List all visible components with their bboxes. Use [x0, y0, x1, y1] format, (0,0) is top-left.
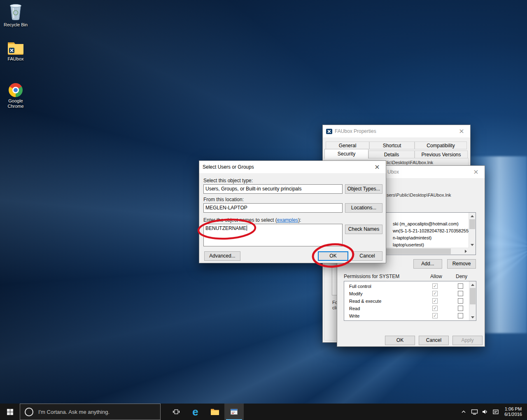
scroll-down-icon[interactable]: [469, 314, 476, 320]
properties-app-icon: [230, 408, 238, 415]
allow-checkbox[interactable]: [432, 291, 438, 296]
taskbar-clock[interactable]: 1:06 PM 6/1/2016: [501, 406, 527, 417]
deny-checkbox[interactable]: [458, 306, 463, 311]
locations-button[interactable]: Locations...: [345, 203, 382, 213]
advanced-button[interactable]: Advanced...: [204, 251, 240, 261]
action-center-button[interactable]: [490, 409, 501, 415]
desktop-icon-recycle-bin[interactable]: Recycle Bin: [0, 3, 31, 28]
examples-link[interactable]: examples: [277, 217, 298, 223]
desktop-icon-chrome[interactable]: Google Chrome: [0, 83, 31, 109]
network-icon: [471, 409, 478, 415]
scroll-thumb[interactable]: [469, 219, 475, 229]
start-button[interactable]: [0, 404, 20, 420]
cortana-icon: [25, 408, 33, 416]
allow-checkbox[interactable]: [432, 306, 438, 311]
action-center-icon: [492, 409, 499, 415]
permission-row[interactable]: Write: [344, 312, 469, 320]
from-location-label: From this location:: [203, 197, 244, 202]
allow-checkbox[interactable]: [432, 298, 438, 304]
text-caret: [247, 225, 247, 231]
label-text: ):: [298, 217, 301, 223]
enter-names-label: Enter the object names to select (exampl…: [203, 217, 301, 223]
permission-name: Full control: [349, 284, 371, 289]
scroll-right-icon[interactable]: [462, 248, 469, 255]
clock-time: 1:06 PM: [504, 406, 522, 412]
close-icon[interactable]: ×: [467, 166, 485, 178]
apply-button[interactable]: Apply: [452, 336, 483, 345]
windows-logo-icon: [7, 409, 13, 415]
task-view-icon: [173, 408, 180, 415]
label-text: Enter the object names to select (: [203, 217, 277, 223]
permission-name: Write: [349, 313, 359, 318]
properties-app-button[interactable]: [224, 404, 244, 420]
titlebar[interactable]: Select Users or Groups ×: [199, 161, 386, 173]
object-names-textarea[interactable]: BENUTZERNAME: [203, 224, 343, 246]
tab-security[interactable]: Security: [324, 149, 368, 159]
deny-checkbox[interactable]: [458, 291, 463, 296]
permissions-for-label: Permissions for SYSTEM: [344, 274, 399, 279]
allow-column-header: Allow: [430, 274, 442, 279]
desktop-icon-faubox[interactable]: FAUbox: [0, 40, 31, 62]
deny-checkbox[interactable]: [458, 283, 463, 289]
permission-row[interactable]: Read: [344, 305, 469, 312]
scroll-thumb[interactable]: [470, 288, 476, 304]
permission-row[interactable]: Full control: [344, 283, 469, 290]
tab-previous-versions[interactable]: Previous Versions: [415, 151, 468, 158]
window-title: FAUbox Properties: [335, 128, 376, 134]
ok-button[interactable]: OK: [318, 251, 348, 261]
close-icon[interactable]: ×: [453, 125, 470, 137]
deny-checkbox[interactable]: [458, 298, 463, 304]
allow-checkbox[interactable]: [432, 313, 438, 318]
permission-row[interactable]: Modify: [344, 290, 469, 297]
cancel-button[interactable]: Cancel: [419, 336, 449, 345]
taskbar: I'm Cortana. Ask me anything. e: [0, 404, 527, 420]
object-type-field[interactable]: Users, Groups, or Built-in security prin…: [203, 184, 343, 194]
add-button[interactable]: Add...: [413, 259, 442, 269]
tab-details[interactable]: Details: [368, 151, 415, 158]
search-placeholder: I'm Cortana. Ask me anything.: [38, 409, 110, 415]
edge-button[interactable]: e: [186, 404, 205, 420]
select-users-window: Select Users or Groups × Select this obj…: [199, 160, 386, 263]
icon-label: Google Chrome: [0, 98, 31, 109]
volume-icon: [482, 409, 488, 415]
permission-name: Read: [349, 306, 360, 311]
scroll-up-icon[interactable]: [469, 213, 476, 219]
deny-column-header: Deny: [456, 274, 467, 279]
vertical-scrollbar[interactable]: [469, 281, 476, 320]
cancel-button[interactable]: Cancel: [352, 251, 382, 261]
edge-icon: e: [192, 406, 198, 417]
check-names-button[interactable]: Check Names: [345, 225, 382, 234]
clock-date: 6/1/2016: [504, 412, 522, 417]
deny-checkbox[interactable]: [458, 313, 463, 318]
close-icon[interactable]: ×: [368, 161, 386, 173]
entered-name-text: BENUTZERNAME: [205, 225, 246, 231]
object-types-button[interactable]: Object Types...: [345, 184, 382, 194]
allow-checkbox[interactable]: [432, 283, 438, 289]
icon-label: Recycle Bin: [0, 22, 31, 28]
window-title: Select Users or Groups: [203, 164, 254, 170]
faubox-folder-icon: [0, 40, 31, 55]
file-explorer-button[interactable]: [205, 404, 224, 420]
ok-button[interactable]: OK: [385, 336, 415, 345]
scroll-down-icon[interactable]: [469, 241, 476, 248]
volume-button[interactable]: [480, 409, 490, 415]
task-view-button[interactable]: [166, 404, 186, 420]
chevron-up-icon: [461, 410, 466, 413]
object-type-label: Select this object type:: [203, 178, 253, 183]
network-button[interactable]: [469, 409, 480, 415]
chrome-icon: [0, 83, 31, 97]
titlebar[interactable]: FAUbox Properties ×: [323, 125, 470, 137]
faubox-icon: [326, 129, 332, 134]
location-field[interactable]: MEGLEN-LAPTOP: [203, 203, 343, 213]
tray-expand-button[interactable]: [458, 410, 469, 413]
window-title-fragment: Ubox: [387, 166, 399, 178]
permission-row[interactable]: Read & execute: [344, 297, 469, 305]
file-explorer-icon: [210, 408, 219, 415]
scroll-up-icon[interactable]: [469, 281, 476, 288]
permissions-list: Full control Modify Read & execute Read …: [344, 281, 476, 321]
recycle-bin-icon: [0, 3, 31, 21]
remove-button[interactable]: Remove: [447, 259, 476, 269]
tab-row-front: Security Details Previous Versions: [324, 149, 468, 158]
cortana-search-box[interactable]: I'm Cortana. Ask me anything.: [20, 404, 161, 420]
vertical-scrollbar[interactable]: [469, 213, 476, 248]
